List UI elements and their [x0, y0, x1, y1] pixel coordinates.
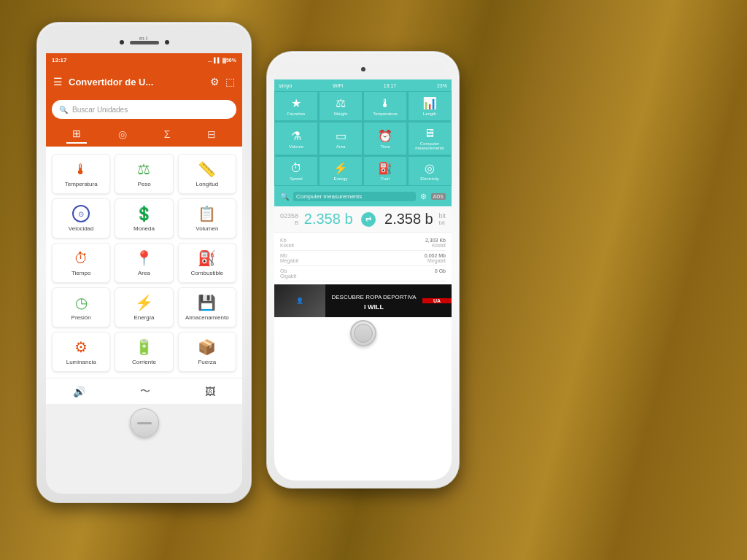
phone-left-screen: mi 13:17 ... ▌▌ ▓56% ☰ Convertidor de U.…	[46, 31, 242, 494]
iphone-wifi-icon: WiFi	[333, 83, 343, 88]
time-icon: ⏰	[378, 129, 392, 143]
converter-display-center: 2.358 b	[298, 211, 358, 228]
fuerza-icon: 📦	[198, 338, 216, 356]
sound-icon[interactable]: 🔊	[73, 386, 85, 397]
results-list: Kb Kilobit 2,303 Kb Kilobit Mb Megabit 0…	[274, 233, 452, 284]
input-value-small: 02358	[280, 212, 298, 219]
iphone-grid-favorites[interactable]: ★ Favorites	[274, 91, 318, 121]
settings-icon-iphone[interactable]: ⚙	[420, 192, 427, 201]
temperatura-icon: 🌡	[74, 161, 88, 178]
corriente-label: Corriente	[132, 359, 156, 365]
moneda-label: Moneda	[133, 225, 155, 232]
ads-icon[interactable]: ADS	[431, 193, 446, 200]
ua-logo: UA	[422, 298, 452, 303]
search-input[interactable]: 🔍 Buscar Unidades	[52, 100, 236, 119]
menu-icon[interactable]: ☰	[53, 76, 63, 88]
grid-item-fuerza[interactable]: 📦 Fuerza	[178, 332, 236, 372]
iphone-grid-temperature[interactable]: 🌡 Temperature	[363, 91, 407, 121]
tab-compass[interactable]: ◎	[112, 125, 133, 143]
grid-item-combustible[interactable]: ⛽ Combustible	[178, 243, 236, 283]
status-icons: ... ▌▌ ▓56%	[208, 58, 236, 63]
iphone-camera	[361, 67, 365, 71]
search-icon-iphone[interactable]: 🔍	[280, 192, 289, 201]
grid-item-presion[interactable]: ◷ Presión	[52, 287, 110, 327]
input-unit-label: B	[280, 219, 298, 226]
status-time: 13:17	[52, 57, 66, 63]
share-icon[interactable]: ⬚	[225, 76, 235, 88]
area-label: Area	[138, 270, 150, 276]
volume-icon: ⚗	[291, 129, 301, 143]
temperature-label: Temperature	[373, 112, 398, 116]
ad-copy: DESCUBRE ROPA DEPORTIVA	[328, 291, 419, 303]
grid-item-velocidad[interactable]: ⊙ Velocidad	[52, 198, 110, 238]
category-tabs: ⊞ ◎ Σ ⊟	[46, 122, 242, 148]
iphone-grid-speed[interactable]: ⏱ Speed	[274, 156, 318, 186]
favorites-label: Favorites	[287, 112, 306, 116]
iphone-grid-weight[interactable]: ⚖ Weight	[319, 91, 363, 121]
energy-label-iphone: Energy	[333, 176, 347, 181]
iphone-grid-area[interactable]: ▭ Area	[319, 122, 363, 155]
tab-sigma[interactable]: Σ	[158, 125, 177, 143]
grid-item-peso[interactable]: ⚖ Peso	[115, 154, 173, 194]
favorites-icon: ★	[291, 96, 301, 110]
iphone-grid-fuel[interactable]: ⛽ Fuel	[363, 156, 407, 186]
weight-icon: ⚖	[336, 96, 346, 110]
grid-item-corriente[interactable]: 🔋 Corriente	[115, 332, 173, 372]
home-button-bar	[137, 422, 152, 424]
ad-placeholder: 👤	[296, 298, 303, 304]
grid-item-longitud[interactable]: 📏 Longitud	[178, 154, 236, 194]
swap-button[interactable]: ⇄	[361, 212, 376, 227]
grid-item-temperatura[interactable]: 🌡 Temperatura	[52, 154, 110, 194]
search-icon: 🔍	[59, 106, 68, 114]
iphone-grid-energy[interactable]: ⚡ Energy	[319, 156, 363, 186]
combustible-icon: ⛽	[198, 249, 216, 267]
longitud-icon: 📏	[198, 160, 216, 178]
area-icon: 📍	[135, 249, 153, 267]
temperatura-label: Temperatura	[65, 181, 98, 187]
iphone-grid-computer[interactable]: 🖥 Computer measurements	[408, 122, 452, 155]
tab-bookmarks[interactable]: ⊟	[201, 125, 222, 143]
grid-item-volumen[interactable]: 📋 Volumen	[178, 198, 236, 238]
iphone-home-button[interactable]	[350, 320, 376, 346]
length-label: Length	[423, 112, 436, 116]
grid-item-area[interactable]: 📍 Area	[115, 243, 173, 283]
length-icon: 📊	[422, 96, 437, 110]
almacenamiento-label: Almacenamiento	[185, 314, 229, 321]
kb-label: Kb	[280, 238, 294, 243]
computer-label: Computer measurements	[410, 141, 449, 150]
iphone-grid-time[interactable]: ⏰ Time	[363, 122, 407, 155]
energia-label: Energía	[133, 314, 154, 321]
image-icon[interactable]: 🖼	[205, 386, 215, 397]
ad-banner[interactable]: 👤 DESCUBRE ROPA DEPORTIVA I WILL UA	[274, 284, 452, 317]
ad-text-area: DESCUBRE ROPA DEPORTIVA I WILL	[325, 288, 422, 314]
energy-icon-iphone: ⚡	[333, 161, 348, 175]
energia-icon: ⚡	[135, 294, 153, 311]
almacenamiento-icon: 💾	[198, 294, 216, 311]
iphone-grid-electricity[interactable]: ◎ Electricity	[408, 156, 452, 186]
iphone-home-button-inner	[354, 324, 373, 343]
peso-label: Peso	[137, 181, 150, 187]
gb-label: Gb	[280, 268, 296, 273]
android-home-button[interactable]	[130, 408, 159, 438]
fuel-label: Fuel	[381, 176, 390, 181]
tab-grid[interactable]: ⊞	[66, 125, 87, 144]
wave-icon[interactable]: 〜	[140, 385, 150, 398]
ad-image: 👤	[274, 284, 325, 317]
computer-icon: 🖥	[424, 127, 436, 140]
phone-right-screen: simyo WiFi 13:17 23% ★ Favorites ⚖ Weigh…	[274, 59, 452, 481]
left-display-value: 2.358 b	[298, 211, 358, 228]
iphone-grid-length[interactable]: 📊 Length	[408, 91, 452, 121]
volume-label: Volume	[289, 144, 303, 149]
iphone-grid-volume[interactable]: ⚗ Volume	[274, 122, 318, 155]
grid-item-moneda[interactable]: 💲 Moneda	[115, 198, 173, 238]
grid-item-almacenamiento[interactable]: 💾 Almacenamiento	[178, 287, 236, 327]
combustible-label: Combustible	[191, 270, 223, 276]
grid-item-energia[interactable]: ⚡ Energía	[115, 287, 173, 327]
grid-item-luminancia[interactable]: ⚙ Luminancia	[52, 332, 110, 372]
settings-icon[interactable]: ⚙	[210, 76, 220, 88]
presion-label: Presión	[71, 314, 91, 321]
signal-icon: ▌▌	[214, 58, 221, 63]
app-title: Convertidor de U...	[69, 77, 204, 88]
grid-item-tiempo[interactable]: ⏱ Tiempo	[52, 243, 110, 283]
area-label-iphone: Area	[336, 144, 346, 149]
